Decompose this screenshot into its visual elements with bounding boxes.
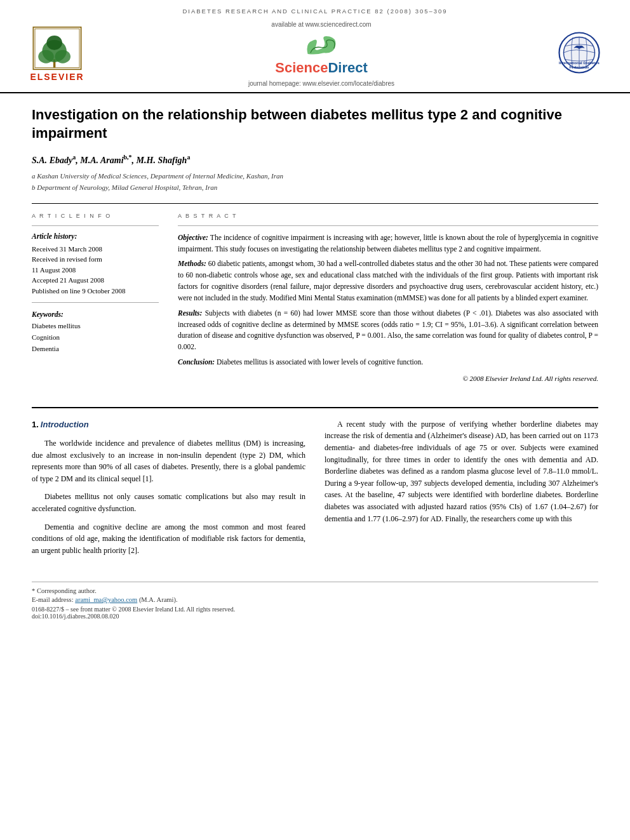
- svg-point-3: [55, 50, 71, 63]
- svg-text:International Diabetes: International Diabetes: [559, 60, 600, 65]
- email-suffix: (M.A. Arami).: [139, 596, 178, 603]
- direct-text: Direct: [328, 60, 367, 76]
- page: Diabetes Research and Clinical Practice …: [0, 0, 630, 840]
- copyright: © 2008 Elsevier Ireland Ltd. All rights …: [178, 373, 598, 384]
- keyword-dementia: Dementia: [32, 343, 159, 355]
- keyword-diabetes: Diabetes mellitus: [32, 321, 159, 332]
- accepted-date: Accepted 21 August 2008: [32, 275, 159, 286]
- corresponding-note: * Corresponding author.: [32, 587, 598, 594]
- elsevier-tree-icon: [32, 26, 83, 70]
- results-text: Subjects with diabetes (n = 60) had lowe…: [178, 309, 598, 350]
- info-divider-bottom: [32, 302, 159, 303]
- elsevier-logo: ELSEVIER: [19, 26, 95, 82]
- elsevier-text: ELSEVIER: [30, 72, 84, 82]
- keyword-cognition: Cognition: [32, 332, 159, 343]
- abstract-methods: Methods: 60 diabetic patients, amongst w…: [178, 258, 598, 303]
- section-heading-block: 1. Introduction: [32, 418, 305, 431]
- objective-label: Objective:: [178, 234, 208, 241]
- sciencedirect-text: ScienceDirect: [275, 60, 368, 76]
- header-divider: [32, 203, 598, 204]
- article-info-label: A R T I C L E I N F O: [32, 213, 159, 219]
- body-columns: 1. Introduction The worldwide incidence …: [32, 418, 598, 563]
- conclusion-label: Conclusion:: [178, 358, 215, 366]
- header-logos: ELSEVIER available at www.sciencedirect.…: [13, 21, 617, 87]
- article-info-column: A R T I C L E I N F O Article history: R…: [32, 213, 159, 388]
- conclusion-text: Diabetes mellitus is associated with low…: [215, 358, 423, 366]
- email-link[interactable]: arami_ma@yahoo.com: [75, 596, 137, 603]
- idf-logo: International Diabetes Federation: [547, 30, 611, 77]
- footer-doi: doi:10.1016/j.diabres.2008.08.020: [32, 613, 598, 620]
- abstract-objective: Objective: The incidence of cognitive im…: [178, 232, 598, 255]
- keywords-label: Keywords:: [32, 310, 159, 318]
- email-label: E-mail address:: [32, 596, 74, 603]
- received-revised-label: Received in revised form: [32, 254, 159, 265]
- abstract-divider: [178, 225, 598, 226]
- revised-date: 11 August 2008: [32, 265, 159, 276]
- body-left-column: 1. Introduction The worldwide incidence …: [32, 418, 305, 563]
- affiliations: a Kashan University of Medical Sciences,…: [32, 171, 598, 193]
- affiliation-b: b Department of Neurology, Milad General…: [32, 182, 598, 193]
- center-logo: available at www.sciencedirect.com Scien…: [95, 21, 547, 87]
- footer-email: E-mail address: arami_ma@yahoo.com (M.A.…: [32, 596, 598, 603]
- article-title: Investigation on the relationship betwee…: [32, 106, 598, 142]
- journal-header: Diabetes Research and Clinical Practice …: [0, 0, 630, 93]
- methods-label: Methods:: [178, 260, 206, 267]
- sciencedirect-logo: ScienceDirect: [95, 32, 547, 76]
- idf-circle-icon: International Diabetes Federation: [557, 30, 601, 75]
- footer-issn: 0168-8227/$ – see front matter © 2008 El…: [32, 606, 598, 613]
- abstract-results: Results: Subjects with diabetes (n = 60)…: [178, 308, 598, 353]
- objective-text: The incidence of cognitive impairment is…: [178, 234, 598, 253]
- journal-title: Diabetes Research and Clinical Practice …: [13, 8, 617, 15]
- authors: S.A. Ebadya, M.A. Aramib,*, M.H. Shafigh…: [32, 154, 598, 166]
- abstract-text: Objective: The incidence of cognitive im…: [178, 232, 598, 384]
- received-date: Received 31 March 2008: [32, 244, 159, 255]
- info-divider-top: [32, 225, 159, 226]
- sciencedirect-icon: [302, 32, 340, 57]
- available-text: available at www.sciencedirect.com: [95, 21, 547, 28]
- abstract-conclusion: Conclusion: Diabetes mellitus is associa…: [178, 357, 598, 368]
- intro-paragraph-2: Diabetes mellitus not only causes somati…: [32, 491, 305, 514]
- svg-text:Federation: Federation: [569, 65, 589, 69]
- journal-homepage: journal homepage: www.elsevier.com/locat…: [95, 80, 547, 87]
- affiliation-a: a Kashan University of Medical Sciences,…: [32, 171, 598, 182]
- section-number: 1.: [32, 420, 39, 429]
- article-content: Investigation on the relationship betwee…: [0, 93, 630, 632]
- info-abstract-columns: A R T I C L E I N F O Article history: R…: [32, 213, 598, 388]
- methods-text: 60 diabetic patients, amongst whom, 30 h…: [178, 260, 598, 301]
- results-label: Results:: [178, 309, 202, 317]
- body-right-column: A recent study with the purpose of verif…: [325, 418, 598, 563]
- intro-right-paragraph-1: A recent study with the purpose of verif…: [325, 418, 598, 524]
- intro-paragraph-3: Dementia and cognitive decline are among…: [32, 521, 305, 557]
- published-date: Published on line 9 October 2008: [32, 286, 159, 297]
- svg-point-2: [38, 50, 54, 63]
- svg-point-4: [46, 36, 62, 50]
- article-history-label: Article history:: [32, 232, 159, 240]
- intro-paragraph-1: The worldwide incidence and prevalence o…: [32, 437, 305, 484]
- abstract-column: A B S T R A C T Objective: The incidence…: [178, 213, 598, 388]
- science-text: Science: [275, 60, 328, 76]
- footer: * Corresponding author. E-mail address: …: [32, 582, 598, 620]
- abstract-label: A B S T R A C T: [178, 213, 598, 219]
- introduction-section: 1. Introduction The worldwide incidence …: [32, 407, 598, 563]
- section-heading: Introduction: [41, 420, 89, 429]
